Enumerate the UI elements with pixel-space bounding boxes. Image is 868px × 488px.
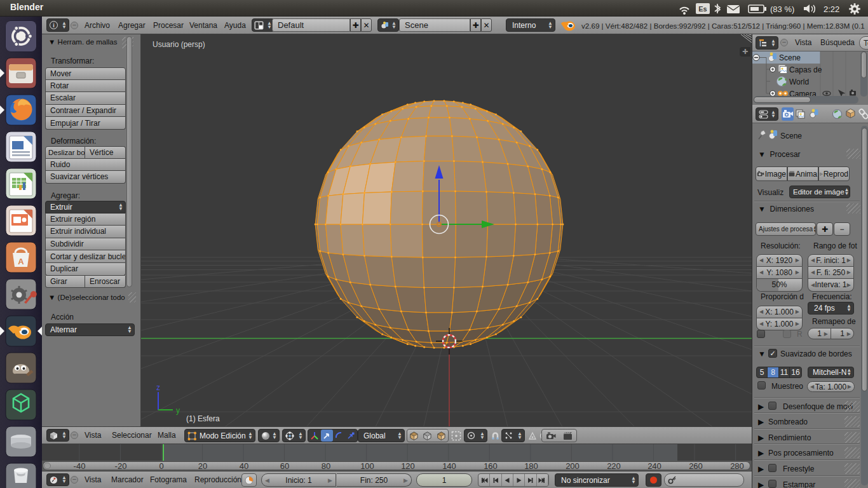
svg-text:Scene: Scene [779, 53, 801, 62]
svg-text:Scene: Scene [780, 132, 802, 140]
svg-text:2:22: 2:22 [824, 4, 839, 14]
svg-text:Es: Es [698, 5, 707, 13]
svg-text:(83 %): (83 %) [770, 4, 794, 14]
svg-text:y: y [176, 406, 180, 415]
svg-text:Capas de: Capas de [789, 65, 822, 74]
svg-text:z: z [156, 383, 160, 392]
svg-text:World: World [789, 78, 809, 86]
svg-text:A: A [18, 257, 24, 266]
